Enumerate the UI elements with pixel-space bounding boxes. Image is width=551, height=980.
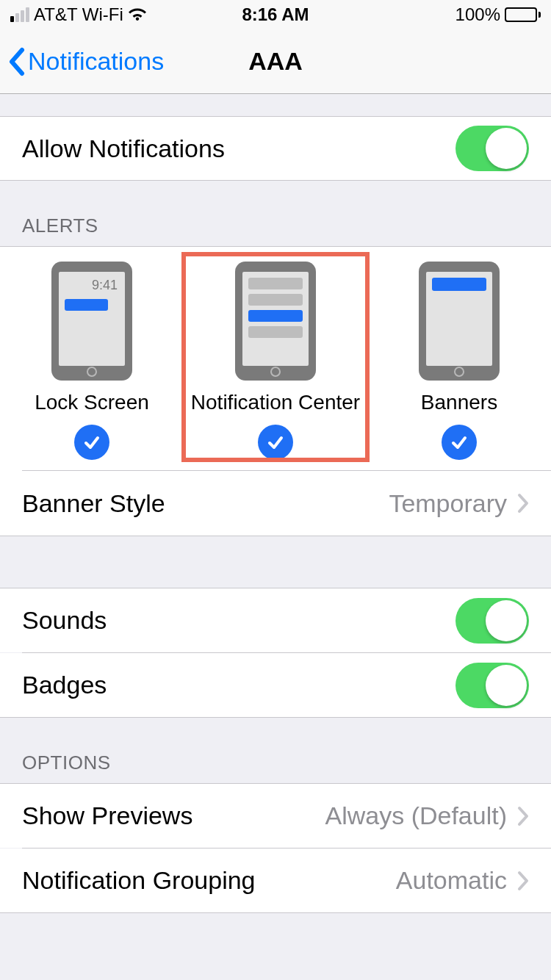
alert-option-lock-screen[interactable]: 9:41 Lock Screen [0, 262, 184, 460]
alerts-panel: 9:41 Lock Screen Notificatio [0, 246, 551, 536]
status-bar: AT&T Wi-Fi 8:16 AM 100% [0, 0, 551, 29]
back-label: Notifications [28, 47, 164, 76]
notification-grouping-label: Notification Grouping [22, 866, 256, 895]
battery-icon [505, 7, 541, 22]
show-previews-value: Always (Default) [325, 801, 507, 830]
chevron-right-icon [517, 871, 529, 891]
allow-notifications-label: Allow Notifications [22, 134, 225, 163]
nav-bar: Notifications AAA [0, 29, 551, 94]
banners-label: Banners [421, 391, 497, 414]
lock-screen-label: Lock Screen [35, 391, 149, 414]
battery-percent: 100% [455, 4, 500, 25]
lock-screen-checkmark-icon [74, 425, 109, 460]
alert-option-notification-center[interactable]: Notification Center [184, 254, 367, 460]
banners-checkmark-icon [442, 425, 477, 460]
show-previews-row[interactable]: Show Previews Always (Default) [0, 783, 551, 848]
badges-label: Badges [22, 671, 107, 699]
notification-grouping-value: Automatic [396, 866, 507, 895]
chevron-right-icon [517, 806, 529, 826]
banner-style-label: Banner Style [22, 489, 165, 518]
sounds-row[interactable]: Sounds [0, 588, 551, 652]
options-section-header: OPTIONS [0, 718, 551, 783]
badges-toggle[interactable] [455, 663, 529, 708]
lock-screen-preview-icon: 9:41 [51, 262, 132, 381]
chevron-right-icon [517, 493, 529, 514]
back-button[interactable]: Notifications [7, 47, 164, 76]
lock-screen-sample-time: 9:41 [65, 278, 119, 295]
allow-notifications-row[interactable]: Allow Notifications [0, 116, 551, 181]
badges-row[interactable]: Badges [0, 653, 551, 718]
show-previews-label: Show Previews [22, 801, 192, 830]
notification-center-preview-icon [235, 262, 316, 381]
chevron-left-icon [7, 47, 25, 76]
allow-notifications-toggle[interactable] [455, 126, 529, 171]
notification-center-label: Notification Center [191, 391, 360, 414]
wifi-icon [128, 7, 147, 22]
banners-preview-icon [419, 262, 500, 381]
alerts-section-header: ALERTS [0, 181, 551, 246]
sounds-label: Sounds [22, 606, 107, 635]
notification-grouping-row[interactable]: Notification Grouping Automatic [0, 849, 551, 913]
banner-style-row[interactable]: Banner Style Temporary [0, 471, 551, 536]
carrier-label: AT&T Wi-Fi [34, 4, 123, 25]
cellular-signal-icon [10, 7, 29, 22]
notification-center-checkmark-icon [258, 425, 293, 460]
alert-option-banners[interactable]: Banners [367, 262, 551, 460]
banner-style-value: Temporary [389, 489, 507, 518]
sounds-toggle[interactable] [455, 598, 529, 644]
